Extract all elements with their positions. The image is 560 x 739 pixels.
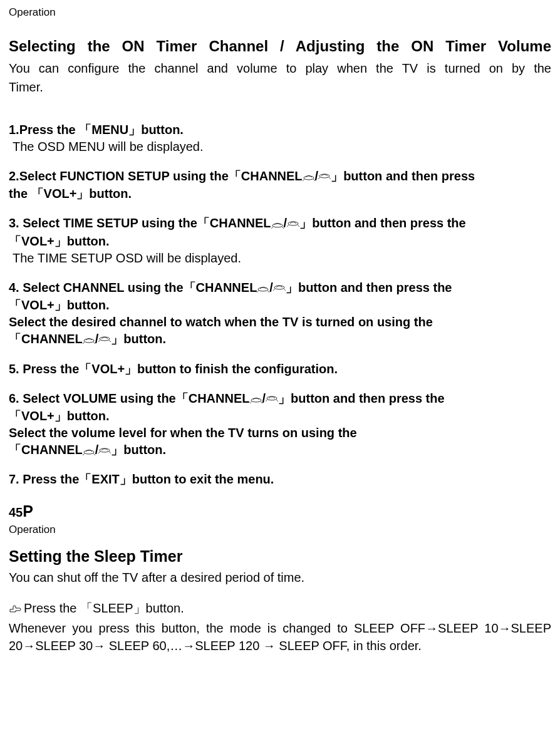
ufo-up-icon bbox=[271, 216, 284, 233]
step-1-title: 1.Press the 「MENU」button. bbox=[9, 121, 551, 138]
step-4-line2: 「VOL+」button. bbox=[9, 297, 551, 314]
sleep-detail: Whenever you press this button, the mode… bbox=[9, 619, 551, 654]
sleep-step: Press the 「SLEEP」button. bbox=[9, 600, 551, 618]
step-3-line1: 3. Select TIME SETUP using the「CHANNEL/」… bbox=[9, 215, 551, 232]
step-6: 6. Select VOLUME using the「CHANNEL/」butt… bbox=[9, 390, 551, 459]
svg-line-4 bbox=[318, 177, 320, 179]
svg-line-22 bbox=[98, 340, 100, 342]
step-3-note: The TIME SETUP OSD will be displayed. bbox=[13, 250, 551, 267]
ufo-down-icon bbox=[318, 168, 331, 185]
ufo-up-icon bbox=[83, 443, 95, 460]
svg-line-16 bbox=[273, 289, 275, 291]
section-header: Operation bbox=[9, 5, 551, 20]
step-7: 7. Press the「EXIT」button to exit the men… bbox=[9, 471, 551, 488]
ufo-down-icon bbox=[266, 391, 278, 408]
step-4-line3: Select the desired channel to watch when… bbox=[9, 314, 551, 331]
step-2-line1: 2.Select FUNCTION SETUP using the「CHANNE… bbox=[9, 168, 551, 185]
section-title-2: Setting the Sleep Timer bbox=[9, 545, 551, 567]
step-2: 2.Select FUNCTION SETUP using the「CHANNE… bbox=[9, 168, 551, 202]
ufo-down-icon bbox=[98, 331, 111, 348]
ufo-down-icon bbox=[287, 216, 299, 233]
svg-line-31 bbox=[83, 453, 85, 455]
svg-line-25 bbox=[250, 401, 252, 403]
step-6-line3: Select the volume level for when the TV … bbox=[9, 425, 551, 442]
ufo-down-icon bbox=[273, 280, 286, 297]
svg-line-7 bbox=[271, 227, 273, 229]
step-7-line: 7. Press the「EXIT」button to exit the men… bbox=[9, 471, 551, 488]
svg-point-18 bbox=[84, 339, 94, 343]
ufo-up-icon bbox=[303, 168, 315, 185]
step-6-line1: 6. Select VOLUME using the「CHANNEL/」butt… bbox=[9, 390, 551, 408]
step-6-line4: 「CHANNEL/」button. bbox=[9, 442, 551, 459]
step-1-note: The OSD MENU will be displayed. bbox=[13, 138, 551, 155]
step-4: 4. Select CHANNEL using the「CHANNEL/」but… bbox=[9, 279, 551, 348]
step-6-line2: 「VOL+」button. bbox=[9, 408, 551, 425]
svg-point-6 bbox=[272, 224, 283, 227]
step-1: 1.Press the 「MENU」button. The OSD MENU w… bbox=[9, 121, 551, 155]
pointing-hand-icon bbox=[9, 601, 23, 618]
step-3-line2: 「VOL+」button. bbox=[9, 233, 551, 250]
svg-point-30 bbox=[84, 450, 94, 454]
svg-point-24 bbox=[251, 398, 261, 402]
svg-line-34 bbox=[98, 452, 100, 453]
section-header-2: Operation bbox=[9, 522, 551, 537]
sleep-detail-line2: 20→SLEEP 30→ SLEEP 60,…→SLEEP 120 → SLEE… bbox=[9, 637, 551, 654]
step-5-line: 5. Press the「VOL+」button to finish the c… bbox=[9, 361, 551, 378]
intro-text-line1: You can configure the channel and volume… bbox=[9, 59, 551, 78]
step-2-line2: the 「VOL+」button. bbox=[9, 185, 551, 202]
intro-text-2: You can shut off the TV after a desired … bbox=[9, 569, 551, 586]
ufo-down-icon bbox=[98, 443, 111, 460]
svg-point-12 bbox=[258, 287, 268, 291]
step-3: 3. Select TIME SETUP using the「CHANNEL/」… bbox=[9, 215, 551, 266]
ufo-up-icon bbox=[257, 280, 269, 297]
ufo-up-icon bbox=[83, 331, 95, 348]
sleep-detail-line1: Whenever you press this button, the mode… bbox=[9, 619, 551, 637]
svg-line-28 bbox=[266, 400, 267, 401]
intro-text-line2: Timer. bbox=[9, 78, 551, 96]
step-4-line4: 「CHANNEL/」button. bbox=[9, 331, 551, 348]
svg-line-1 bbox=[303, 179, 304, 181]
step-4-line1: 4. Select CHANNEL using the「CHANNEL/」but… bbox=[9, 279, 551, 297]
svg-line-13 bbox=[257, 291, 259, 292]
step-5: 5. Press the「VOL+」button to finish the c… bbox=[9, 361, 551, 378]
svg-line-10 bbox=[287, 225, 289, 227]
svg-line-19 bbox=[83, 342, 85, 344]
page-number: 45P bbox=[9, 500, 551, 522]
ufo-up-icon bbox=[250, 391, 262, 408]
svg-point-0 bbox=[304, 176, 314, 180]
section-title: Selecting the ON Timer Channel / Adjusti… bbox=[9, 36, 551, 56]
